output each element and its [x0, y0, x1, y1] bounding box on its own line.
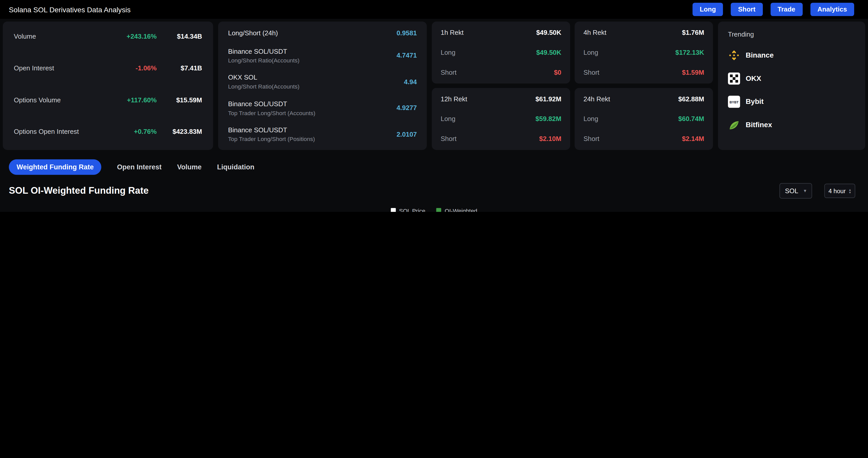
app-root: Solana SOL Derivatives Data Analysis Lon… [0, 0, 868, 212]
binance-icon [728, 49, 740, 61]
tab-weighted-funding-rate[interactable]: Weighted Funding Rate [9, 159, 102, 175]
trending-item-bybit[interactable]: BYBT Bybit [728, 95, 855, 108]
long-short-ratios-card: Long/Short (24h) 0.9581 Binance SOL/USDT… [218, 22, 427, 150]
top-bar: Solana SOL Derivatives Data Analysis Lon… [0, 0, 868, 19]
stat-row-open-interest: Open Interest -1.06% $7.41B [14, 64, 202, 72]
interval-select[interactable]: 4 hour ▴▾ [824, 184, 855, 198]
ratio-row: OKX SOL Long/Short Ratio(Accounts) 4.94 [228, 74, 417, 90]
stat-value: $7.41B [157, 64, 202, 72]
stat-value: $15.59M [157, 96, 202, 104]
stat-change: +117.60% [103, 96, 157, 104]
rekt-card-24h: 24h Rekt$62.88M Long$60.74M Short$2.14M [575, 88, 713, 150]
trending-title: Trending [728, 30, 855, 38]
svg-text:BYBT: BYBT [730, 100, 738, 104]
ratio-row: Binance SOL/USDT Long/Short Ratio(Accoun… [228, 47, 417, 63]
ratio-row: Binance SOL/USDT Top Trader Long/Short (… [228, 100, 417, 116]
trade-button[interactable]: Trade [770, 3, 802, 16]
legend-sol-price[interactable]: SOL Price [391, 207, 425, 212]
chevron-down-icon: ▾ [804, 188, 806, 194]
stat-value: $423.83M [157, 128, 202, 135]
trending-item-bitfinex[interactable]: Bitfinex [728, 118, 855, 132]
rekt-card-1h: 1h Rekt$49.50K Long$49.50K Short$0 [432, 22, 570, 84]
page-title: Solana SOL Derivatives Data Analysis [9, 5, 131, 13]
tab-open-interest[interactable]: Open Interest [117, 159, 161, 175]
legend-oi-weighted[interactable]: OI-Weighted [436, 207, 477, 212]
tab-volume[interactable]: Volume [177, 159, 202, 175]
stepper-arrows-icon: ▴▾ [849, 188, 851, 194]
stat-change: +243.16% [103, 33, 157, 40]
stat-row-volume: Volume +243.16% $14.34B [14, 33, 202, 40]
chart-tabs: Weighted Funding Rate Open Interest Volu… [0, 150, 868, 175]
trending-card: Trending Binance OKX BYBT Bybit [718, 22, 865, 150]
legend-swatch-green [436, 208, 441, 212]
long-button[interactable]: Long [692, 3, 723, 16]
stat-change: +0.76% [103, 128, 157, 135]
stat-row-options-volume: Options Volume +117.60% $15.59M [14, 96, 202, 104]
tab-liquidation[interactable]: Liquidation [217, 159, 254, 175]
short-button[interactable]: Short [731, 3, 763, 16]
ratio-row: Long/Short (24h) 0.9581 [228, 29, 417, 37]
rekt-cards-grid: 1h Rekt$49.50K Long$49.50K Short$0 4h Re… [432, 22, 713, 150]
rekt-card-12h: 12h Rekt$61.92M Long$59.82M Short$2.10M [432, 88, 570, 150]
analytics-button[interactable]: Analytics [810, 3, 854, 16]
section-title: SOL OI-Weighted Funding Rate [9, 185, 779, 196]
summary-cards: Volume +243.16% $14.34B Open Interest -1… [0, 19, 868, 150]
market-stats-card: Volume +243.16% $14.34B Open Interest -1… [3, 22, 213, 150]
bybit-icon: BYBT [728, 95, 740, 108]
funding-rate-chart[interactable]: SOL Price OI-Weighted 0.0100%0.0050%0%-0… [0, 205, 868, 212]
stat-change: -1.06% [103, 64, 157, 72]
legend-swatch-white [391, 208, 396, 212]
ratio-row: Binance SOL/USDT Top Trader Long/Short (… [228, 126, 417, 142]
rekt-card-4h: 4h Rekt$1.76M Long$172.13K Short$1.59M [575, 22, 713, 84]
okx-icon [728, 72, 740, 85]
stat-row-options-open-interest: Options Open Interest +0.76% $423.83M [14, 128, 202, 135]
bitfinex-icon [728, 119, 740, 131]
trending-item-binance[interactable]: Binance [728, 48, 855, 62]
chart-legend: SOL Price OI-Weighted [0, 207, 868, 212]
trending-item-okx[interactable]: OKX [728, 71, 855, 85]
symbol-select[interactable]: SOL ▾ [779, 183, 812, 199]
stat-value: $14.34B [157, 33, 202, 40]
section-header: SOL OI-Weighted Funding Rate SOL ▾ 4 hou… [0, 183, 868, 199]
